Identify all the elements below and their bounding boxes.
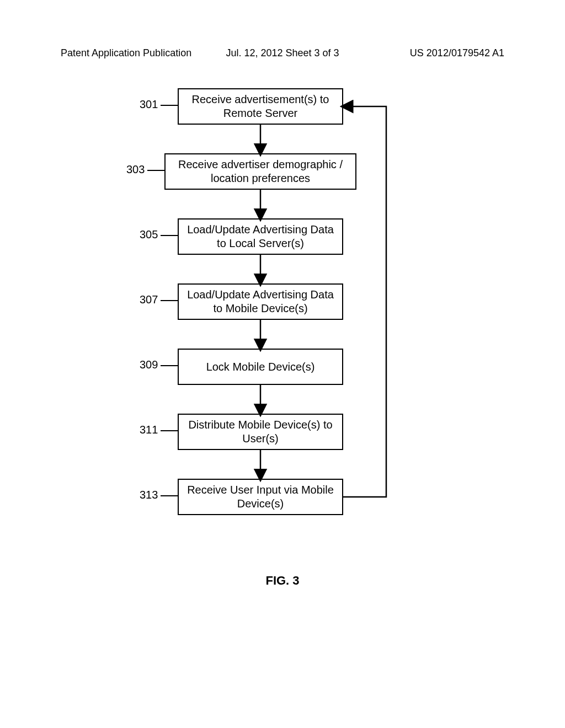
- flow-box-text: Receive User Input via Mobile Device(s): [184, 483, 337, 511]
- figure-label: FIG. 3: [265, 574, 299, 588]
- ref-tick-305: [161, 235, 178, 236]
- flow-box-text: Receive advertisement(s) to Remote Serve…: [184, 93, 337, 120]
- flow-box-313: Receive User Input via Mobile Device(s): [178, 479, 343, 515]
- flow-box-text: Load/Update Advertising Data to Local Se…: [184, 223, 337, 250]
- header-right: US 2012/0179542 A1: [410, 47, 504, 59]
- header-center: Jul. 12, 2012 Sheet 3 of 3: [226, 47, 339, 59]
- flow-box-305: Load/Update Advertising Data to Local Se…: [178, 218, 343, 255]
- ref-311: 311: [140, 424, 158, 436]
- ref-tick-313: [161, 495, 178, 496]
- ref-tick-311: [161, 430, 178, 431]
- flow-box-text: Distribute Mobile Device(s) to User(s): [184, 418, 337, 446]
- flow-box-301: Receive advertisement(s) to Remote Serve…: [178, 88, 343, 125]
- ref-tick-307: [161, 300, 178, 301]
- ref-303: 303: [126, 163, 145, 176]
- ref-tick-301: [161, 105, 178, 106]
- ref-313: 313: [140, 489, 158, 501]
- flow-box-text: Load/Update Advertising Data to Mobile D…: [184, 288, 337, 315]
- flow-box-text: Lock Mobile Device(s): [206, 360, 315, 374]
- flow-box-303: Receive advertiser demographic / locatio…: [164, 153, 356, 190]
- flow-box-307: Load/Update Advertising Data to Mobile D…: [178, 283, 343, 320]
- flow-box-311: Distribute Mobile Device(s) to User(s): [178, 414, 343, 450]
- ref-301: 301: [140, 98, 158, 111]
- ref-309: 309: [140, 358, 158, 371]
- ref-307: 307: [140, 293, 158, 306]
- ref-tick-309: [161, 365, 178, 366]
- flow-box-text: Receive advertiser demographic / locatio…: [171, 158, 350, 185]
- page-header: Patent Application Publication Jul. 12, …: [0, 47, 565, 59]
- ref-305: 305: [140, 228, 158, 241]
- ref-tick-303: [147, 170, 164, 171]
- header-left: Patent Application Publication: [61, 47, 191, 59]
- flow-box-309: Lock Mobile Device(s): [178, 349, 343, 385]
